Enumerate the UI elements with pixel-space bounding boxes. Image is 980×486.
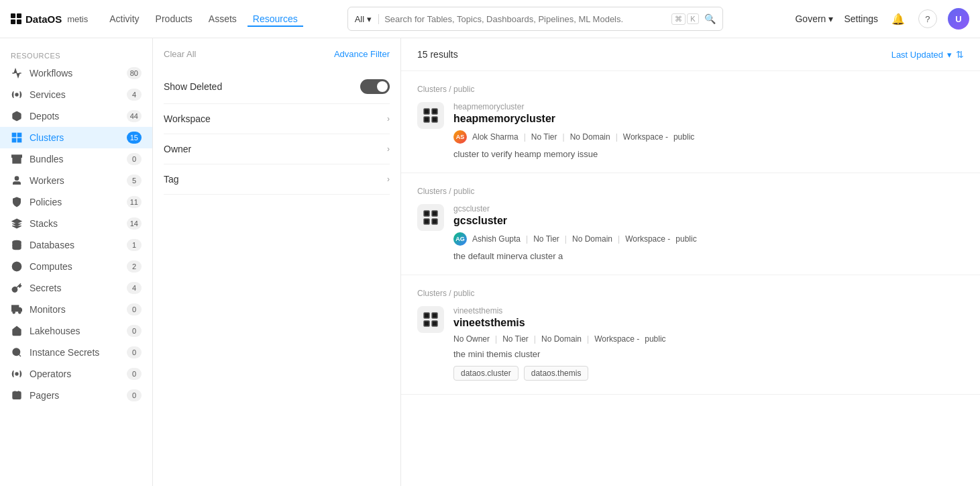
sidebar-item-label: Services xyxy=(30,89,120,100)
svg-rect-5 xyxy=(12,155,22,157)
help-icon[interactable]: ? xyxy=(918,9,937,28)
sidebar-item-monitors[interactable]: Monitors 0 xyxy=(0,299,152,320)
search-bar: All ▾ ⌘ K 🔍 xyxy=(347,7,723,31)
sidebar-item-label: Monitors xyxy=(30,304,120,315)
owner-name: Ashish Gupta xyxy=(472,234,521,244)
settings-button[interactable]: Settings xyxy=(844,13,878,24)
owner-name: No Owner xyxy=(453,334,490,344)
clear-all-button[interactable]: Clear All xyxy=(164,49,196,59)
svg-point-7 xyxy=(15,177,18,180)
sidebar-item-clusters[interactable]: Clusters 15 xyxy=(0,127,152,148)
svg-rect-30 xyxy=(424,219,429,224)
sidebar-item-count: 0 xyxy=(127,368,142,380)
sidebar-item-count: 4 xyxy=(127,282,142,294)
sidebar-item-secrets[interactable]: Secrets 4 xyxy=(0,277,152,299)
card-content: vineetsthemis vineetsthemis No Owner | N… xyxy=(453,306,964,381)
services-icon xyxy=(11,89,23,101)
sidebar-item-count: 0 xyxy=(127,153,142,165)
sidebar-item-label: Pagers xyxy=(30,390,120,401)
chevron-right-icon: › xyxy=(387,144,390,154)
advance-filter-button[interactable]: Advance Filter xyxy=(334,49,390,59)
sidebar-item-workers[interactable]: Workers 5 xyxy=(0,170,152,191)
sidebar-item-depots[interactable]: Depots 44 xyxy=(0,105,152,127)
result-card[interactable]: Clusters / public vineetsthemis vineetst… xyxy=(401,275,980,395)
result-card[interactable]: Clusters / public heapmemorycluster heap… xyxy=(401,71,980,173)
sidebar-item-label: Workflows xyxy=(30,68,120,79)
shortcut-meta: ⌘ xyxy=(671,13,686,25)
policies-icon xyxy=(11,196,23,208)
card-description: the default minerva cluster a xyxy=(453,251,964,261)
nav-assets[interactable]: Assets xyxy=(203,11,242,27)
owner-avatar: AG xyxy=(453,232,467,246)
nav-activity[interactable]: Activity xyxy=(104,11,144,27)
svg-point-0 xyxy=(15,93,18,96)
nav-resources[interactable]: Resources xyxy=(248,11,303,27)
sidebar-item-count: 0 xyxy=(127,303,142,315)
sidebar-item-label: Computes xyxy=(30,261,120,272)
notifications-icon[interactable]: 🔔 xyxy=(889,9,908,28)
sidebar-item-instance-secrets[interactable]: Instance Secrets 0 xyxy=(0,342,152,363)
chevron-down-icon: ▾ xyxy=(947,50,952,60)
sidebar-item-count: 11 xyxy=(127,196,142,208)
svg-rect-19 xyxy=(13,392,21,399)
card-description: cluster to verify heamp memory issue xyxy=(453,149,964,159)
tag-label: Tag xyxy=(164,174,179,185)
search-icon[interactable]: 🔍 xyxy=(704,13,716,24)
stacks-icon xyxy=(11,217,23,230)
tag-pill[interactable]: dataos.themis xyxy=(524,366,589,381)
search-input[interactable] xyxy=(384,14,666,24)
brand-instance: metis xyxy=(67,14,88,24)
workflows-icon xyxy=(11,67,23,79)
sidebar-item-services[interactable]: Services 4 xyxy=(0,84,152,105)
card-title[interactable]: heapmemorycluster xyxy=(453,113,964,125)
sidebar-item-label: Depots xyxy=(30,111,120,122)
sidebar-item-stacks[interactable]: Stacks 14 xyxy=(0,213,152,234)
tier: No Tier xyxy=(533,234,559,244)
workspace-filter[interactable]: Workspace › xyxy=(164,104,390,134)
card-title[interactable]: gcscluster xyxy=(453,215,964,227)
sidebar-item-policies[interactable]: Policies 11 xyxy=(0,191,152,213)
brand-logo[interactable]: DataOSmetis xyxy=(11,13,88,25)
sidebar-item-lakehouses[interactable]: Lakehouses 0 xyxy=(0,320,152,342)
monitors-icon xyxy=(11,303,23,315)
shortcut-key: K xyxy=(687,13,698,24)
card-breadcrumb: Clusters / public xyxy=(417,289,964,298)
avatar[interactable]: U xyxy=(948,8,969,30)
card-icon xyxy=(417,102,444,129)
owner-filter[interactable]: Owner › xyxy=(164,134,390,164)
sidebar-item-bundles[interactable]: Bundles 0 xyxy=(0,148,152,170)
sidebar-item-workflows[interactable]: Workflows 80 xyxy=(0,62,152,84)
chevron-right-icon: › xyxy=(387,175,390,184)
workspace-label: Workspace - xyxy=(594,334,639,344)
sidebar-item-label: Instance Secrets xyxy=(30,347,120,358)
sidebar-item-count: 14 xyxy=(127,217,142,230)
search-all-dropdown[interactable]: All ▾ xyxy=(355,14,379,24)
pagers-icon xyxy=(11,389,23,401)
svg-rect-32 xyxy=(432,313,437,318)
card-title[interactable]: vineetsthemis xyxy=(453,317,964,329)
card-subtitle: vineetsthemis xyxy=(453,306,964,315)
owner-avatar: AS xyxy=(453,130,467,144)
sidebar-item-label: Secrets xyxy=(30,283,120,293)
nav-products[interactable]: Products xyxy=(150,11,198,27)
sidebar-item-computes[interactable]: Computes 2 xyxy=(0,256,152,277)
search-all-label: All xyxy=(355,14,364,24)
sidebar-item-count: 80 xyxy=(127,67,142,79)
sidebar-item-operators[interactable]: Operators 0 xyxy=(0,363,152,385)
tag-filter[interactable]: Tag › xyxy=(164,164,390,195)
card-main: heapmemorycluster heapmemorycluster AS A… xyxy=(417,102,964,159)
svg-rect-28 xyxy=(432,211,437,216)
sidebar-item-databases[interactable]: Databases 1 xyxy=(0,234,152,256)
result-card[interactable]: Clusters / public gcscluster gcscluster xyxy=(401,173,980,275)
svg-rect-29 xyxy=(432,219,437,224)
sidebar-item-pagers[interactable]: Pagers 0 xyxy=(0,385,152,406)
owner-label: Owner xyxy=(164,144,191,154)
card-breadcrumb: Clusters / public xyxy=(417,187,964,196)
tag-pill[interactable]: dataos.cluster xyxy=(453,366,519,381)
show-deleted-toggle[interactable] xyxy=(360,79,390,94)
govern-button[interactable]: Govern ▾ xyxy=(795,13,833,24)
results-panel: 15 results Last Updated ▾ ⇅ Clusters / p… xyxy=(401,38,980,486)
filter-panel: Clear All Advance Filter Show Deleted Wo… xyxy=(153,38,401,486)
sort-button[interactable]: Last Updated ▾ ⇅ xyxy=(891,49,964,60)
owner-name: Alok Sharma xyxy=(472,132,519,142)
